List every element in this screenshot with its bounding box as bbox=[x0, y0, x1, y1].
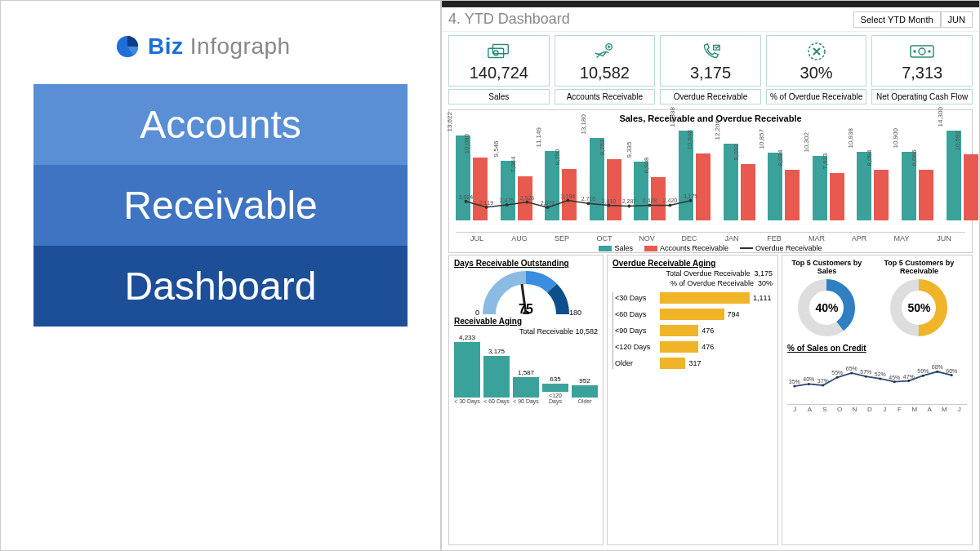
aging-bar: 635 <120 Days bbox=[542, 375, 568, 404]
title-line-2: Receivable bbox=[33, 165, 408, 246]
overdue-aging-row: Older 317 bbox=[615, 358, 773, 369]
kpi-icon bbox=[451, 41, 547, 62]
x-label: MAR bbox=[795, 234, 838, 242]
svg-text:40%: 40% bbox=[803, 376, 814, 382]
bar-group: 9,546 7,064 bbox=[501, 161, 532, 220]
x-label: JUL bbox=[456, 234, 498, 242]
svg-rect-1 bbox=[488, 48, 504, 57]
x-label: MAY bbox=[880, 234, 923, 242]
kpi-row: 140,724 Sales 10,582 Accounts Receivable… bbox=[442, 32, 979, 108]
recv-bar: 8,250 bbox=[562, 169, 577, 220]
overdue-panel: Overdue Receivable Aging Total Overdue R… bbox=[607, 255, 778, 545]
title-line-3: Dashboard bbox=[33, 246, 408, 327]
svg-text:55%: 55% bbox=[831, 370, 843, 375]
kpi-icon bbox=[557, 41, 653, 62]
legend-recv: Accounts Receivable bbox=[660, 244, 728, 252]
overdue-aging-row: <60 Days 794 bbox=[615, 309, 773, 320]
bar-group: 10,302 7,623 bbox=[813, 156, 844, 220]
top5-sales-title: Top 5 Customers by Sales bbox=[787, 259, 866, 275]
svg-point-9 bbox=[929, 51, 930, 52]
kpi-icon bbox=[662, 41, 759, 62]
kpi-value: 140,724 bbox=[451, 64, 547, 82]
svg-point-8 bbox=[914, 51, 915, 52]
bar-group: 11,149 8,250 bbox=[545, 151, 577, 220]
svg-text:45%: 45% bbox=[889, 375, 900, 380]
kpi-card: 140,724 Sales bbox=[448, 35, 550, 104]
x-label: APR bbox=[838, 234, 880, 242]
svg-point-47 bbox=[836, 376, 839, 379]
svg-text:35%: 35% bbox=[789, 379, 800, 384]
bar-group: 10,857 8,034 bbox=[768, 153, 800, 220]
overdue-aging-row: <30 Days 1,111 bbox=[615, 292, 773, 304]
aging-bar: 4,233 < 30 Days bbox=[454, 334, 480, 404]
credit-chart: 35%40%37%55%65%57%52%45%47%59%68%60%JASO… bbox=[787, 354, 967, 413]
svg-text:37%: 37% bbox=[817, 378, 829, 384]
brand-grey: Infograph bbox=[184, 33, 291, 59]
brand-bold: Biz bbox=[148, 33, 184, 59]
svg-text:47%: 47% bbox=[903, 374, 915, 380]
svg-text:60%: 60% bbox=[946, 368, 957, 374]
aging-bar: 952 Older bbox=[572, 377, 598, 404]
bar-group: 10,900 8,066 bbox=[902, 152, 933, 220]
overdue-total-val: 3,175 bbox=[754, 269, 773, 278]
credit-title: % of Sales on Credit bbox=[787, 344, 967, 353]
recv-bar: 8,066 bbox=[919, 170, 933, 220]
svg-text:68%: 68% bbox=[932, 364, 943, 370]
month-select[interactable]: JUN bbox=[941, 11, 973, 28]
kpi-card: 10,582 Accounts Receivable bbox=[555, 35, 656, 104]
overdue-pct-label: % of Overdue Receivable bbox=[670, 279, 754, 287]
x-label: JUN bbox=[923, 234, 965, 242]
kpi-icon bbox=[874, 41, 970, 62]
top5-sales-donut: 40% bbox=[797, 278, 856, 337]
pie-icon bbox=[115, 34, 140, 59]
overdue-pct-val: 30% bbox=[758, 279, 773, 287]
aging-bar: 1,587 < 90 Days bbox=[513, 369, 539, 404]
svg-text:52%: 52% bbox=[875, 371, 886, 377]
overdue-title: Overdue Receivable Aging bbox=[612, 259, 773, 268]
top5-recv-title: Top 5 Customers by Receivable bbox=[871, 259, 967, 275]
legend-sales: Sales bbox=[614, 244, 633, 252]
right-panel: Top 5 Customers by Sales 40% Top 5 Custo… bbox=[782, 255, 973, 545]
kpi-value: 30% bbox=[768, 64, 865, 82]
main-chart-title: Sales, Receivable and Overdue Receivable bbox=[452, 113, 969, 123]
svg-point-53 bbox=[879, 377, 881, 380]
x-label: DEC bbox=[668, 234, 710, 242]
recv-bar: 9,753 bbox=[607, 159, 621, 220]
legend-overdue: Overdue Receivable bbox=[755, 244, 822, 252]
x-label: FEB bbox=[753, 234, 795, 242]
svg-text:65%: 65% bbox=[846, 366, 858, 371]
overdue-aging-row: <120 Days 476 bbox=[615, 341, 773, 353]
svg-point-45 bbox=[822, 384, 824, 387]
overdue-total-label: Total Overdue Receivable bbox=[666, 269, 750, 278]
main-chart-panel: Sales, Receivable and Overdue Receivable… bbox=[448, 109, 973, 253]
svg-point-63 bbox=[951, 374, 953, 376]
recv-bar: 6,908 bbox=[651, 177, 666, 220]
recv-bar: 9,032 bbox=[741, 164, 755, 220]
svg-point-57 bbox=[907, 380, 910, 382]
x-label: NOV bbox=[626, 234, 668, 242]
kpi-value: 7,313 bbox=[874, 64, 970, 82]
svg-text:59%: 59% bbox=[917, 368, 929, 374]
top5-recv-pct: 50% bbox=[889, 278, 948, 337]
kpi-label: Net Operating Cash Flow bbox=[871, 89, 973, 104]
kpi-card: 3,175 Overdue Receivable bbox=[660, 35, 761, 104]
kpi-label: Accounts Receivable bbox=[555, 89, 656, 104]
x-label: SEP bbox=[541, 234, 583, 242]
recv-bar: 7,623 bbox=[830, 173, 844, 220]
bar-group: 9,335 6,908 bbox=[634, 162, 666, 220]
svg-point-43 bbox=[808, 383, 810, 385]
bar-group: 13,622 10,080 bbox=[456, 136, 488, 220]
recv-aging-title: Receivable Aging bbox=[454, 317, 598, 326]
svg-point-41 bbox=[793, 385, 795, 388]
recv-bar: 8,034 bbox=[785, 170, 800, 220]
kpi-value: 10,582 bbox=[557, 64, 653, 82]
svg-point-51 bbox=[865, 375, 867, 378]
aging-bar: 3,175 < 60 Days bbox=[483, 348, 510, 404]
brand-logo: Biz Infograph bbox=[115, 33, 408, 60]
recv-bar: 10,080 bbox=[473, 158, 488, 220]
top5-sales-pct: 40% bbox=[797, 278, 856, 337]
svg-point-7 bbox=[919, 48, 925, 55]
gauge-max: 180 bbox=[569, 309, 581, 317]
kpi-label: Sales bbox=[448, 89, 550, 104]
overdue-aging-row: <90 Days 476 bbox=[615, 325, 773, 336]
